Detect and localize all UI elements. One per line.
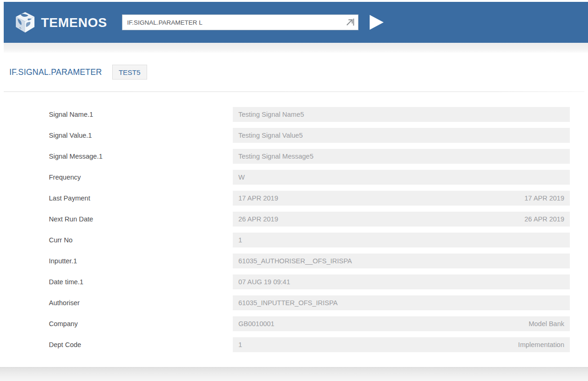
field-value-box[interactable]: Testing Signal Name5 bbox=[233, 107, 570, 122]
form-row: Next Run Date 26 APR 2019 26 APR 2019 bbox=[49, 212, 570, 227]
command-input[interactable] bbox=[122, 14, 358, 30]
form-row: Inputter.1 61035_AUTHORISER__OFS_IRISPA bbox=[49, 254, 570, 268]
title-divider bbox=[4, 91, 584, 92]
field-value: 61035_AUTHORISER__OFS_IRISPA bbox=[238, 257, 352, 265]
app-window: TEMENOS IF.SIGNAL.PARAMETER TEST5 Signal… bbox=[0, 0, 588, 381]
field-value-box[interactable]: Testing Signal Value5 bbox=[233, 128, 570, 143]
field-enrichment: 26 APR 2019 bbox=[525, 215, 564, 223]
field-value-box[interactable]: 17 APR 2019 17 APR 2019 bbox=[233, 191, 570, 206]
field-label: Signal Message.1 bbox=[49, 153, 233, 160]
field-value: 1 bbox=[238, 341, 242, 348]
field-value: 07 AUG 19 09:41 bbox=[238, 278, 290, 286]
field-value-box[interactable]: 1 Implementation bbox=[233, 337, 570, 352]
form-row: Dept Code 1 Implementation bbox=[49, 337, 570, 352]
field-value: W bbox=[238, 174, 245, 181]
field-enrichment: Model Bank bbox=[528, 320, 564, 328]
title-row: IF.SIGNAL.PARAMETER TEST5 bbox=[9, 64, 588, 80]
form-row: Signal Message.1 Testing Signal Message5 bbox=[49, 149, 570, 164]
field-value: 61035_INPUTTER_OFS_IRISPA bbox=[238, 299, 338, 307]
form-row: Company GB0010001 Model Bank bbox=[49, 316, 570, 331]
field-label: Frequency bbox=[49, 174, 233, 181]
field-label: Dept Code bbox=[49, 341, 233, 348]
field-label: Signal Name.1 bbox=[49, 111, 233, 118]
form-row: Date time.1 07 AUG 19 09:41 bbox=[49, 274, 570, 289]
command-line bbox=[122, 14, 358, 30]
field-value-box[interactable]: 61035_INPUTTER_OFS_IRISPA bbox=[233, 295, 570, 310]
field-label: Curr No bbox=[49, 236, 233, 244]
field-value: 26 APR 2019 bbox=[238, 215, 278, 223]
temenos-logo: TEMENOS bbox=[14, 11, 115, 33]
field-value-box[interactable]: W bbox=[233, 170, 570, 185]
field-value-box[interactable]: 07 AUG 19 09:41 bbox=[233, 274, 570, 289]
field-value-box[interactable]: 1 bbox=[233, 233, 570, 247]
form-row: Signal Name.1 Testing Signal Name5 bbox=[49, 107, 570, 122]
field-value-box[interactable]: Testing Signal Message5 bbox=[233, 149, 570, 164]
form-row: Curr No 1 bbox=[49, 233, 570, 247]
field-value: Testing Signal Message5 bbox=[238, 153, 313, 160]
page-title: IF.SIGNAL.PARAMETER bbox=[9, 67, 102, 77]
form-row: Signal Value.1 Testing Signal Value5 bbox=[49, 128, 570, 143]
field-value: GB0010001 bbox=[238, 320, 274, 328]
field-label: Date time.1 bbox=[49, 278, 233, 286]
record-id-badge[interactable]: TEST5 bbox=[112, 65, 147, 80]
header-shadow-strip bbox=[4, 43, 588, 53]
logo-text: TEMENOS bbox=[41, 15, 107, 30]
top-banner: TEMENOS bbox=[4, 2, 588, 43]
temenos-globe-icon bbox=[14, 11, 36, 33]
field-label: Last Payment bbox=[49, 194, 233, 202]
field-value-box[interactable]: GB0010001 Model Bank bbox=[233, 316, 570, 331]
field-value: 1 bbox=[238, 236, 242, 244]
field-value-box[interactable]: 26 APR 2019 26 APR 2019 bbox=[233, 212, 570, 227]
run-command-button[interactable] bbox=[368, 14, 385, 31]
play-icon bbox=[368, 14, 384, 30]
field-enrichment: 17 APR 2019 bbox=[525, 194, 564, 202]
field-value: 17 APR 2019 bbox=[238, 194, 278, 202]
form-row: Last Payment 17 APR 2019 17 APR 2019 bbox=[49, 191, 570, 206]
form-row: Frequency W bbox=[49, 170, 570, 185]
field-label: Authoriser bbox=[49, 299, 233, 307]
field-label: Next Run Date bbox=[49, 215, 233, 223]
field-value: Testing Signal Value5 bbox=[238, 132, 303, 139]
record-form: Signal Name.1 Testing Signal Name5 Signa… bbox=[0, 107, 588, 352]
field-enrichment: Implementation bbox=[518, 341, 564, 348]
goto-arrow-icon[interactable] bbox=[345, 17, 355, 27]
bottom-bar bbox=[0, 367, 588, 381]
form-row: Authoriser 61035_INPUTTER_OFS_IRISPA bbox=[49, 295, 570, 310]
field-label: Company bbox=[49, 320, 233, 328]
field-value: Testing Signal Name5 bbox=[238, 111, 304, 118]
field-label: Signal Value.1 bbox=[49, 132, 233, 139]
field-value-box[interactable]: 61035_AUTHORISER__OFS_IRISPA bbox=[233, 254, 570, 268]
content-area: IF.SIGNAL.PARAMETER TEST5 Signal Name.1 … bbox=[0, 53, 588, 358]
field-label: Inputter.1 bbox=[49, 257, 233, 265]
